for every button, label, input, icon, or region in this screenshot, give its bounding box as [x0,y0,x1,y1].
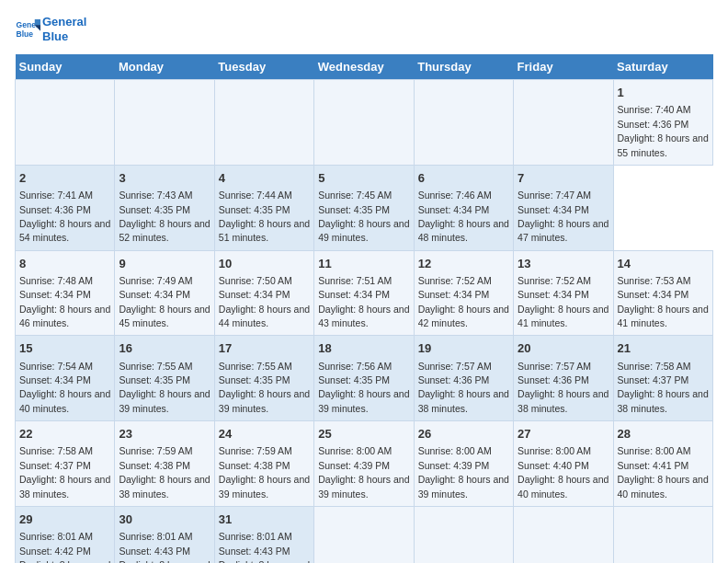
day-info: Sunrise: 7:41 AM Sunset: 4:36 PM Dayligh… [19,190,110,243]
day-info: Sunrise: 7:56 AM Sunset: 4:35 PM Dayligh… [318,361,409,414]
day-info: Sunrise: 8:00 AM Sunset: 4:40 PM Dayligh… [518,445,609,499]
calendar-week-row: 22 Sunrise: 7:58 AM Sunset: 4:37 PM Dayl… [16,421,713,507]
day-number: 10 [219,256,310,272]
day-number: 7 [518,170,609,187]
day-info: Sunrise: 7:52 AM Sunset: 4:34 PM Dayligh… [518,275,609,328]
logo: General Blue General Blue [15,15,86,43]
calendar-cell [314,506,414,563]
calendar-cell: 1 Sunrise: 7:40 AM Sunset: 4:36 PM Dayli… [613,80,712,166]
day-info: Sunrise: 7:43 AM Sunset: 4:35 PM Dayligh… [119,190,210,243]
calendar-cell: 18 Sunrise: 7:56 AM Sunset: 4:35 PM Dayl… [314,336,414,421]
calendar-cell: 29 Sunrise: 8:01 AM Sunset: 4:42 PM Dayl… [16,506,115,563]
calendar-cell: 23 Sunrise: 7:59 AM Sunset: 4:38 PM Dayl… [115,421,214,507]
header-tuesday: Tuesday [214,54,313,80]
calendar-cell: 11 Sunrise: 7:51 AM Sunset: 4:34 PM Dayl… [314,250,414,336]
calendar-cell: 12 Sunrise: 7:52 AM Sunset: 4:34 PM Dayl… [414,250,513,336]
day-number: 11 [318,256,409,272]
day-number: 8 [19,256,110,272]
calendar-cell [414,506,513,563]
day-number: 13 [518,256,609,272]
calendar-cell: 15 Sunrise: 7:54 AM Sunset: 4:34 PM Dayl… [16,336,115,421]
day-number: 21 [618,340,709,357]
day-info: Sunrise: 7:40 AM Sunset: 4:36 PM Dayligh… [618,104,709,157]
day-info: Sunrise: 7:57 AM Sunset: 4:36 PM Dayligh… [518,361,609,414]
header-friday: Friday [514,54,613,80]
day-info: Sunrise: 7:52 AM Sunset: 4:34 PM Dayligh… [418,275,509,328]
calendar-cell: 7 Sunrise: 7:47 AM Sunset: 4:34 PM Dayli… [514,165,613,250]
calendar-cell: 17 Sunrise: 7:55 AM Sunset: 4:35 PM Dayl… [214,336,313,421]
day-info: Sunrise: 7:49 AM Sunset: 4:34 PM Dayligh… [119,275,210,328]
calendar-cell: 3 Sunrise: 7:43 AM Sunset: 4:35 PM Dayli… [115,165,214,250]
logo-icon: General Blue [15,17,40,42]
calendar-cell [214,80,313,166]
day-number: 1 [618,85,709,101]
day-number: 20 [518,340,609,357]
header-wednesday: Wednesday [314,54,414,80]
calendar-cell: 30 Sunrise: 8:01 AM Sunset: 4:43 PM Dayl… [115,506,214,563]
calendar-cell: 22 Sunrise: 7:58 AM Sunset: 4:37 PM Dayl… [16,421,115,507]
calendar-cell: 5 Sunrise: 7:45 AM Sunset: 4:35 PM Dayli… [314,165,414,250]
day-number: 12 [418,256,509,272]
day-number: 25 [318,426,409,442]
calendar-cell: 31 Sunrise: 8:01 AM Sunset: 4:43 PM Dayl… [214,506,313,563]
day-info: Sunrise: 8:01 AM Sunset: 4:43 PM Dayligh… [219,531,310,563]
header-sunday: Sunday [16,54,115,80]
day-info: Sunrise: 8:00 AM Sunset: 4:41 PM Dayligh… [618,445,709,499]
calendar-week-row: 2 Sunrise: 7:41 AM Sunset: 4:36 PM Dayli… [16,165,713,250]
calendar-cell: 27 Sunrise: 8:00 AM Sunset: 4:40 PM Dayl… [514,421,613,507]
day-info: Sunrise: 7:47 AM Sunset: 4:34 PM Dayligh… [518,190,609,243]
calendar-cell [414,80,513,166]
day-number: 31 [219,511,310,528]
calendar-cell: 16 Sunrise: 7:55 AM Sunset: 4:35 PM Dayl… [115,336,214,421]
calendar-cell [115,80,214,166]
calendar-cell: 4 Sunrise: 7:44 AM Sunset: 4:35 PM Dayli… [214,165,313,250]
calendar-cell: 20 Sunrise: 7:57 AM Sunset: 4:36 PM Dayl… [514,336,613,421]
calendar-cell [514,506,613,563]
day-number: 24 [219,426,310,442]
day-number: 29 [19,511,110,528]
day-info: Sunrise: 7:54 AM Sunset: 4:34 PM Dayligh… [19,361,110,414]
calendar-cell: 24 Sunrise: 7:59 AM Sunset: 4:38 PM Dayl… [214,421,313,507]
day-number: 14 [618,256,709,272]
day-number: 2 [19,170,110,187]
day-info: Sunrise: 8:00 AM Sunset: 4:39 PM Dayligh… [318,445,409,499]
day-info: Sunrise: 7:45 AM Sunset: 4:35 PM Dayligh… [318,190,409,243]
header-monday: Monday [115,54,214,80]
day-number: 30 [119,511,210,528]
calendar-week-row: 29 Sunrise: 8:01 AM Sunset: 4:42 PM Dayl… [16,506,713,563]
day-info: Sunrise: 8:01 AM Sunset: 4:42 PM Dayligh… [19,531,110,563]
day-number: 26 [418,426,509,442]
day-number: 4 [219,170,310,187]
calendar-cell [16,80,115,166]
day-number: 17 [219,340,310,357]
svg-text:Blue: Blue [17,29,34,38]
day-number: 3 [119,170,210,187]
day-info: Sunrise: 7:46 AM Sunset: 4:34 PM Dayligh… [418,190,509,243]
day-number: 9 [119,256,210,272]
day-info: Sunrise: 8:01 AM Sunset: 4:43 PM Dayligh… [119,531,210,563]
calendar-cell: 10 Sunrise: 7:50 AM Sunset: 4:34 PM Dayl… [214,250,313,336]
calendar-cell: 2 Sunrise: 7:41 AM Sunset: 4:36 PM Dayli… [16,165,115,250]
calendar-table: SundayMondayTuesdayWednesdayThursdayFrid… [15,54,713,563]
day-info: Sunrise: 7:55 AM Sunset: 4:35 PM Dayligh… [219,361,310,414]
calendar-cell: 8 Sunrise: 7:48 AM Sunset: 4:34 PM Dayli… [16,250,115,336]
calendar-cell: 21 Sunrise: 7:58 AM Sunset: 4:37 PM Dayl… [613,336,712,421]
day-info: Sunrise: 7:50 AM Sunset: 4:34 PM Dayligh… [219,275,310,328]
day-number: 18 [318,340,409,357]
day-number: 23 [119,426,210,442]
day-info: Sunrise: 7:55 AM Sunset: 4:35 PM Dayligh… [119,361,210,414]
calendar-week-row: 1 Sunrise: 7:40 AM Sunset: 4:36 PM Dayli… [16,80,713,166]
day-number: 16 [119,340,210,357]
day-info: Sunrise: 7:58 AM Sunset: 4:37 PM Dayligh… [618,361,709,414]
calendar-header-row: SundayMondayTuesdayWednesdayThursdayFrid… [16,54,713,80]
day-info: Sunrise: 7:57 AM Sunset: 4:36 PM Dayligh… [418,361,509,414]
calendar-cell: 9 Sunrise: 7:49 AM Sunset: 4:34 PM Dayli… [115,250,214,336]
calendar-cell: 26 Sunrise: 8:00 AM Sunset: 4:39 PM Dayl… [414,421,513,507]
day-number: 15 [19,340,110,357]
calendar-week-row: 15 Sunrise: 7:54 AM Sunset: 4:34 PM Dayl… [16,336,713,421]
calendar-cell [613,506,712,563]
day-info: Sunrise: 8:00 AM Sunset: 4:39 PM Dayligh… [418,445,509,499]
calendar-week-row: 8 Sunrise: 7:48 AM Sunset: 4:34 PM Dayli… [16,250,713,336]
day-number: 6 [418,170,509,187]
day-info: Sunrise: 7:59 AM Sunset: 4:38 PM Dayligh… [219,445,310,499]
